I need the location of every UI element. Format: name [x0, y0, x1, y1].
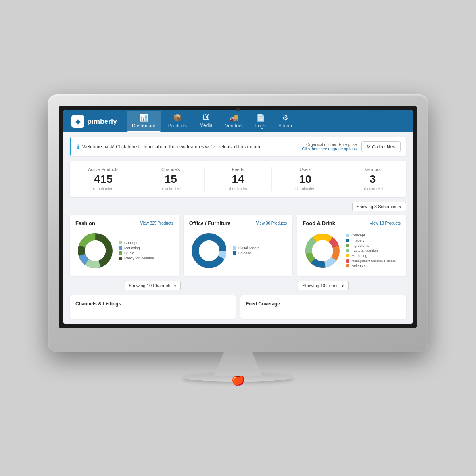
- channels-listings-title: Channels & Listings: [75, 301, 121, 307]
- main-content: ℹ Welcome back! Click here to learn abou…: [63, 132, 413, 324]
- fashion-donut-chart: [75, 231, 115, 271]
- fashion-donut-svg: [75, 231, 115, 271]
- food-donut-chart: [303, 231, 342, 271]
- nav-item-admin[interactable]: ⚙ Admin: [273, 111, 298, 132]
- view-fashion-products-link[interactable]: View 325 Products: [140, 221, 173, 225]
- nav-items: 📊 Dashboard 📦 Products 🖼 Media 🚚: [127, 111, 298, 132]
- legend-item: Release: [346, 264, 401, 268]
- feeds-select-row: Showing 10 Feeds: [240, 281, 406, 290]
- welcome-banner[interactable]: ℹ Welcome back! Click here to learn abou…: [70, 137, 406, 156]
- feeds-selector-button[interactable]: Showing 10 Feeds: [298, 281, 348, 290]
- svg-point-15: [312, 240, 333, 261]
- digital-assets-color: [233, 246, 236, 250]
- card-title-office: Office / Furniture: [189, 220, 231, 226]
- screen: ◈ pimberly 📊 Dashboard 📦 Products: [63, 110, 413, 324]
- release-color: [233, 251, 236, 255]
- channels-chevron-icon: [174, 283, 177, 288]
- card-header-food: Food & Drink View 18 Products: [303, 220, 401, 226]
- card-header-fashion: Fashion View 325 Products: [75, 220, 173, 226]
- channels-select-row: Showing 10 Channels: [70, 281, 236, 290]
- dashboard-icon: 📊: [139, 113, 148, 122]
- legend-item: Digital Assets: [233, 246, 287, 250]
- bottom-panels: Channels & Listings Feed Coverage: [70, 295, 406, 319]
- banner-left: ℹ Welcome back! Click here to learn abou…: [77, 144, 261, 150]
- monitor-stand-neck: [214, 352, 262, 376]
- logo-area: ◈ pimberly: [71, 115, 117, 128]
- monitor-wrapper: ◈ pimberly 📊 Dashboard 📦 Products: [48, 94, 428, 382]
- schema-card-fashion: Fashion View 325 Products: [70, 215, 179, 276]
- nav-item-logs[interactable]: 📄 Logs: [250, 111, 271, 132]
- legend-item: Imagery: [346, 238, 401, 242]
- nav-bar: ◈ pimberly 📊 Dashboard 📦 Products: [63, 110, 413, 132]
- legend-item: Marketing: [119, 246, 173, 250]
- stat-users: Users 10 of unlimited: [272, 167, 339, 191]
- card-title-food: Food & Drink: [303, 220, 335, 226]
- svg-point-4: [85, 240, 106, 261]
- stat-vendors: Vendors 3 of unlimited: [339, 167, 406, 191]
- card-body-food: Concept Imagery Ingredients: [303, 231, 401, 271]
- monitor-outer: ◈ pimberly 📊 Dashboard 📦 Products: [48, 94, 428, 352]
- legend-item: Management Checks / Release: [346, 259, 401, 263]
- view-food-products-link[interactable]: View 18 Products: [370, 221, 401, 225]
- logs-icon: 📄: [256, 113, 265, 122]
- card-header-office: Office / Furniture View 30 Products: [189, 220, 287, 226]
- fashion-legend: Concept Marketing Studio: [119, 241, 173, 260]
- office-donut-chart: [189, 231, 229, 271]
- stat-feeds: Feeds 14 of unlimited: [205, 167, 272, 191]
- office-donut-svg: [189, 231, 229, 271]
- marketing-color: [119, 246, 122, 250]
- view-office-products-link[interactable]: View 30 Products: [256, 221, 287, 225]
- info-icon: ℹ: [77, 144, 79, 150]
- schema-selector-button[interactable]: Showing 3 Schemas: [352, 202, 406, 211]
- monitor-bezel: ◈ pimberly 📊 Dashboard 📦 Products: [59, 106, 417, 328]
- food-donut-svg: [303, 231, 342, 271]
- feed-coverage-title: Feed Coverage: [246, 301, 280, 307]
- schema-card-food: Food & Drink View 18 Products: [297, 215, 406, 276]
- legend-item: Ingredients: [346, 244, 401, 248]
- schema-bar: Showing 3 Schemas: [70, 202, 406, 211]
- ready-color: [119, 257, 122, 260]
- card-title-fashion: Fashion: [75, 220, 95, 226]
- vendors-icon: 🚚: [230, 113, 238, 122]
- channels-listings-panel: Channels & Listings: [70, 295, 236, 319]
- app-name: pimberly: [87, 117, 117, 126]
- feed-coverage-panel: Feed Coverage: [240, 295, 406, 319]
- pimberly-logo-icon: ◈: [71, 115, 84, 128]
- org-tier-label: Organisation Tier: Enterprise: [302, 142, 357, 147]
- nav-item-products[interactable]: 📦 Products: [163, 111, 192, 132]
- legend-item: Marketing: [346, 254, 401, 258]
- legend-item: Facts & Nutrition: [346, 249, 401, 253]
- upgrade-link[interactable]: Click here see upgrade options: [302, 147, 357, 151]
- legend-item: Concept: [346, 233, 401, 237]
- refresh-icon: ↻: [367, 144, 370, 149]
- collect-now-button[interactable]: ↻ Collect Now: [361, 141, 401, 152]
- banner-right: Organisation Tier: Enterprise Click here…: [302, 141, 401, 152]
- studio-color: [119, 251, 122, 255]
- food-legend: Concept Imagery Ingredients: [346, 233, 401, 268]
- banner-message: Welcome back! Click here to learn about …: [82, 144, 261, 150]
- legend-item: Release: [233, 251, 287, 255]
- feeds-chevron-icon: [341, 283, 344, 288]
- stat-active-products: Active Products 415 of unlimited: [70, 167, 137, 191]
- concept-color: [119, 241, 122, 244]
- card-body-fashion: Concept Marketing Studio: [75, 231, 173, 271]
- svg-point-7: [199, 240, 219, 261]
- schema-cards: Fashion View 325 Products: [70, 215, 406, 276]
- card-body-office: Digital Assets Release: [189, 231, 287, 271]
- office-legend: Digital Assets Release: [233, 246, 287, 255]
- nav-item-dashboard[interactable]: 📊 Dashboard: [127, 111, 161, 132]
- schema-card-office: Office / Furniture View 30 Products: [184, 215, 293, 276]
- org-tier: Organisation Tier: Enterprise Click here…: [302, 142, 357, 151]
- nav-item-media[interactable]: 🖼 Media: [194, 111, 218, 132]
- stat-channels: Channels 15 of unlimited: [137, 167, 205, 191]
- legend-item: Ready for Release: [119, 256, 173, 260]
- stats-row: Active Products 415 of unlimited Channel…: [70, 161, 406, 197]
- channels-selector-button[interactable]: Showing 10 Channels: [125, 281, 181, 290]
- media-icon: 🖼: [202, 113, 209, 122]
- chevron-down-icon: [399, 204, 402, 209]
- legend-item: Studio: [119, 251, 173, 255]
- legend-item: Concept: [119, 241, 173, 245]
- admin-icon: ⚙: [282, 113, 288, 122]
- nav-item-vendors[interactable]: 🚚 Vendors: [220, 111, 248, 132]
- bottom-selectors-bar: Showing 10 Channels Showing 10 Feeds: [70, 281, 406, 290]
